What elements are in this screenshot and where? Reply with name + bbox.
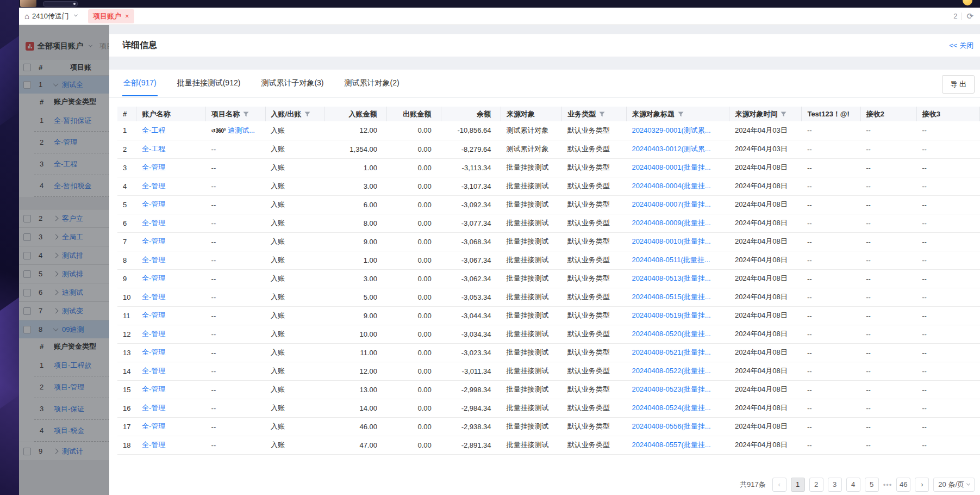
account-link[interactable]: 全-管理 xyxy=(142,200,165,208)
account-link[interactable]: 全-管理 xyxy=(142,237,165,245)
table-row: 15全-管理--入账13.000.00-2,998.34批量挂接测试默认业务类型… xyxy=(117,380,980,399)
table-row: 13全-管理--入账11.000.00-3,023.34批量挂接测试默认业务类型… xyxy=(117,343,980,362)
page-4-button[interactable]: 4 xyxy=(846,478,860,492)
account-link[interactable]: 全-管理 xyxy=(142,163,165,171)
detail-tabs: 全部(917)批量挂接测试(912)测试累计子对象(3)测试累计对象(2) 导 … xyxy=(109,70,980,98)
source-title-link[interactable]: 20240408-0519(批量挂... xyxy=(632,311,710,319)
table-row: 9全-管理--入账3.000.00-3,062.34批量挂接测试默认业务类型20… xyxy=(117,269,980,288)
filter-icon[interactable] xyxy=(781,110,787,119)
column-header: # xyxy=(117,107,136,121)
page-3-button[interactable]: 3 xyxy=(828,478,842,492)
account-link[interactable]: 全-管理 xyxy=(142,367,165,375)
column-header: 余额 xyxy=(441,107,501,121)
table-row: 5全-管理--入账6.000.00-3,092.34批量挂接测试默认业务类型20… xyxy=(117,195,980,214)
page-1-button[interactable]: 1 xyxy=(791,478,805,492)
home-tab[interactable]: ⌂ 2410传送门 xyxy=(24,11,77,21)
desktop-wallpaper xyxy=(0,0,19,495)
table-row: 12全-管理--入账10.000.00-3,034.34批量挂接测试默认业务类型… xyxy=(117,325,980,343)
top-address-box[interactable] xyxy=(43,1,78,7)
source-title-link[interactable]: 20240408-0009(批量挂... xyxy=(632,219,710,227)
column-label: 来源对象标题 xyxy=(632,110,675,118)
source-title-link[interactable]: 20240408-0007(批量挂... xyxy=(632,200,710,208)
column-header: 入账金额 xyxy=(324,107,387,121)
tab-bar: ⌂ 2410传送门 项目账户 × 2 ⟳ xyxy=(19,8,980,25)
column-label: Test123！@! xyxy=(807,110,849,118)
top-bar xyxy=(19,0,980,8)
filter-icon[interactable] xyxy=(599,110,605,119)
source-title-link[interactable]: 20240408-0010(批量挂... xyxy=(632,237,710,245)
table-row: 17全-管理--入账46.000.00-2,938.34批量挂接测试默认业务类型… xyxy=(117,417,980,436)
source-title-link[interactable]: 20240329-0001(测试累... xyxy=(632,126,710,134)
page-size-select[interactable]: 20 条/页 xyxy=(933,478,975,492)
detail-tab-4[interactable]: 测试累计对象(2) xyxy=(344,70,401,95)
account-link[interactable]: 全-管理 xyxy=(142,219,165,227)
account-link[interactable]: 全-管理 xyxy=(142,404,165,412)
column-header: 业务类型 xyxy=(562,107,627,121)
account-link[interactable]: 全-管理 xyxy=(142,348,165,356)
source-title-link[interactable]: 20240408-0515(批量挂... xyxy=(632,293,710,301)
source-title-link[interactable]: 20240408-0523(批量挂... xyxy=(632,385,710,393)
close-icon[interactable]: × xyxy=(125,12,129,20)
account-link[interactable]: 全-工程 xyxy=(142,145,165,153)
content-area: 全部项目账户 项目 #项目账1测试全#账户资金类型1全-暂扣保证2全-管理3全-… xyxy=(19,25,980,495)
source-title-link[interactable]: 20240408-0524(批量挂... xyxy=(632,404,710,412)
source-title-link[interactable]: 20240408-0556(批量挂... xyxy=(632,422,710,430)
table-row: 11全-管理--入账9.000.00-3,044.34批量挂接测试默认业务类型2… xyxy=(117,306,980,325)
table-row: 18全-管理--入账47.000.00-2,891.34批量挂接测试默认业务类型… xyxy=(117,436,980,454)
more-pages-icon[interactable]: ••• xyxy=(883,481,892,489)
source-title-link[interactable]: 20240408-0557(批量挂... xyxy=(632,441,710,449)
account-link[interactable]: 全-管理 xyxy=(142,182,165,190)
detail-table-wrap: #账户名称项目名称入账/出账入账金额出账金额余额来源对象业务类型来源对象标题来源… xyxy=(117,107,980,459)
page-5-button[interactable]: 5 xyxy=(865,478,879,492)
source-title-link[interactable]: 20240408-0511(批量挂... xyxy=(632,256,710,264)
page-2-button[interactable]: 2 xyxy=(809,478,823,492)
table-header-row: #账户名称项目名称入账/出账入账金额出账金额余额来源对象业务类型来源对象标题来源… xyxy=(117,107,980,121)
account-link[interactable]: 全-管理 xyxy=(142,293,165,301)
source-title-link[interactable]: 20240408-0004(批量挂... xyxy=(632,182,710,190)
account-link[interactable]: 全-工程 xyxy=(142,126,165,134)
detail-tab-3[interactable]: 测试累计子对象(3) xyxy=(260,70,324,95)
column-label: 来源对象 xyxy=(507,110,535,118)
account-link[interactable]: 全-管理 xyxy=(142,311,165,319)
prev-page-button[interactable]: ‹ xyxy=(772,478,787,492)
account-link[interactable]: 全-管理 xyxy=(142,385,165,393)
source-title-link[interactable]: 20240408-0001(批量挂... xyxy=(632,163,710,171)
close-panel-link[interactable]: << 关闭 xyxy=(949,41,973,51)
filter-icon[interactable] xyxy=(243,110,249,119)
detail-table: #账户名称项目名称入账/出账入账金额出账金额余额来源对象业务类型来源对象标题来源… xyxy=(117,107,980,459)
source-title-link[interactable]: 20240408-0520(批量挂... xyxy=(632,330,710,338)
next-page-button[interactable]: › xyxy=(915,478,929,492)
account-link[interactable]: 全-管理 xyxy=(142,441,165,449)
tab-project-account[interactable]: 项目账户 × xyxy=(88,9,134,23)
table-row: 14全-管理--入账12.000.00-3,011.34批量挂接测试默认业务类型… xyxy=(117,362,980,380)
source-title-link[interactable]: 20240408-0521(批量挂... xyxy=(632,348,710,356)
filter-icon[interactable] xyxy=(304,110,310,119)
table-row: 7全-管理--入账9.000.00-3,068.34批量挂接测试默认业务类型20… xyxy=(117,232,980,251)
detail-tab-1[interactable]: 全部(917) xyxy=(122,70,158,96)
column-header: 来源对象 xyxy=(501,107,562,121)
export-button[interactable]: 导 出 xyxy=(942,75,975,94)
filter-icon[interactable] xyxy=(678,110,684,119)
home-icon: ⌂ xyxy=(24,12,29,20)
account-link[interactable]: 全-管理 xyxy=(142,422,165,430)
project-link[interactable]: 迪测试... xyxy=(228,126,255,134)
avatar[interactable] xyxy=(20,0,36,7)
refresh-icon[interactable]: ⟳ xyxy=(966,11,973,21)
account-link[interactable]: 全-管理 xyxy=(142,330,165,338)
column-header: 接收3 xyxy=(916,107,979,121)
home-tab-label: 2410传送门 xyxy=(32,11,69,21)
divider xyxy=(962,13,962,20)
account-link[interactable]: 全-管理 xyxy=(142,256,165,264)
overlay-mask xyxy=(19,25,109,495)
column-label: 出账金额 xyxy=(403,110,431,118)
source-title-link[interactable]: 20240403-0012(测试累... xyxy=(632,145,710,153)
chevron-down-icon xyxy=(74,13,78,17)
account-link[interactable]: 全-管理 xyxy=(142,274,165,282)
page-46-button[interactable]: 46 xyxy=(896,478,910,492)
table-row: 6全-管理--入账8.000.00-3,077.34批量挂接测试默认业务类型20… xyxy=(117,214,980,232)
emoji-icon xyxy=(963,0,972,5)
source-title-link[interactable]: 20240408-0513(批量挂... xyxy=(632,274,710,282)
table-row: 8全-管理--入账1.000.00-3,067.34批量挂接测试默认业务类型20… xyxy=(117,251,980,269)
detail-tab-2[interactable]: 批量挂接测试(912) xyxy=(176,70,242,95)
source-title-link[interactable]: 20240408-0522(批量挂... xyxy=(632,367,710,375)
